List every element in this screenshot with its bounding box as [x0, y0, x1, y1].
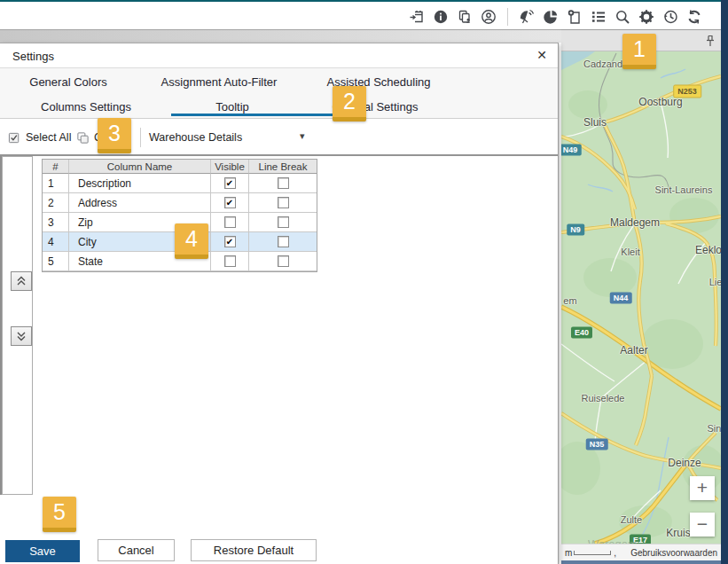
sub-header-strip — [0, 29, 561, 43]
window-right-edge — [721, 0, 728, 564]
history-icon[interactable] — [662, 9, 678, 25]
visible-checkbox[interactable] — [224, 236, 236, 247]
toolbar-divider — [507, 8, 508, 26]
user-icon[interactable] — [481, 9, 497, 25]
settings-gear-icon[interactable] — [638, 9, 654, 25]
tooltip-type-combobox[interactable]: Warehouse Details — [149, 121, 314, 154]
table-row[interactable]: 2 Address — [43, 193, 317, 213]
toolbar-separator — [140, 128, 141, 147]
tab-general-colors[interactable]: General Colors — [29, 75, 106, 89]
dialog-title-bar: Settings ✕ — [0, 43, 558, 68]
move-down-button[interactable] — [11, 326, 32, 346]
close-icon[interactable]: ✕ — [534, 48, 550, 62]
visible-checkbox[interactable] — [224, 255, 236, 267]
scale-bar — [574, 551, 611, 555]
tab-assignment-auto-filter[interactable]: Assignment Auto-Filter — [161, 75, 278, 89]
callout-step-5: 5 — [43, 497, 76, 532]
road-badge-n49: N49 — [561, 145, 581, 156]
save-button[interactable]: Save — [5, 540, 80, 562]
tab-columns-settings[interactable]: Columns Settings — [41, 100, 131, 114]
toolbar-icon-group — [409, 2, 702, 31]
callout-step-4: 4 — [175, 223, 208, 259]
select-all-button[interactable]: Select All — [8, 121, 71, 154]
info-icon[interactable] — [433, 9, 449, 25]
map-label-lie: Lie — [709, 277, 721, 287]
zoom-in-button[interactable]: + — [690, 476, 715, 500]
pie-chart-icon[interactable] — [543, 9, 559, 25]
combobox-value: Warehouse Details — [149, 131, 242, 144]
settings-dialog: Settings ✕ General Colors Assignment Aut… — [0, 43, 559, 564]
satellite-icon[interactable] — [519, 9, 535, 25]
row-number: 2 — [43, 193, 69, 213]
map-label-zulte: Zulte — [621, 514, 642, 525]
map-label-kruis: Kruis — [666, 527, 690, 539]
add-document-icon[interactable] — [567, 9, 583, 25]
map[interactable]: Cadzand Oostburg Sluis Sint-Laureins Mal… — [561, 51, 721, 544]
pin-icon[interactable] — [705, 35, 716, 48]
map-attribution-bar: m , Gebruiksvoorwaarden — [561, 544, 721, 560]
table-header-row: # Column Name Visible Line Break — [43, 160, 317, 174]
copy-user-icon[interactable] — [457, 9, 473, 25]
attribution-separator: , — [614, 548, 616, 558]
refresh-icon[interactable] — [686, 9, 702, 25]
move-up-button[interactable] — [11, 271, 32, 291]
settings-tabs: General Colors Assignment Auto-Filter As… — [0, 68, 558, 119]
row-number: 1 — [43, 174, 69, 193]
window-bottom-edge — [561, 560, 721, 564]
header-number: # — [43, 160, 69, 174]
row-number: 3 — [43, 213, 69, 232]
map-label-kleit: Kleit — [621, 247, 639, 257]
road-badge-n44: N44 — [610, 293, 632, 304]
road-badge-e40: E40 — [571, 327, 592, 339]
cancel-button[interactable]: Cancel — [98, 539, 175, 561]
chevron-down-icon[interactable]: ▾ — [300, 130, 305, 142]
header-column-name: Column Name — [69, 160, 211, 174]
terms-link[interactable]: Gebruiksvoorwaarden — [630, 548, 717, 558]
row-name: Description — [69, 174, 211, 193]
scale-unit-label: m — [565, 548, 572, 558]
main-toolbar — [0, 0, 728, 29]
road-badge-n35: N35 — [586, 439, 608, 450]
line-break-checkbox[interactable] — [278, 255, 289, 267]
visible-checkbox[interactable] — [224, 197, 236, 208]
visible-checkbox[interactable] — [224, 216, 236, 228]
active-tab-underline — [171, 114, 334, 116]
callout-step-2: 2 — [333, 86, 366, 121]
calendar-import-icon[interactable] — [409, 9, 425, 25]
map-label-sint: Sint — [708, 423, 721, 434]
map-label-maldegem: Maldegem — [610, 216, 660, 229]
road-badge-n253: N253 — [673, 85, 701, 98]
map-label-em: em — [563, 295, 576, 306]
callout-step-3: 3 — [98, 118, 131, 153]
app-window: Cadzand Oostburg Sluis Sint-Laureins Mal… — [0, 0, 728, 564]
road-badge-n9: N9 — [567, 224, 584, 236]
table-row[interactable]: 1 Description — [43, 174, 317, 193]
map-label-deinze: Deinze — [668, 457, 701, 469]
map-label-eeklo: Eeklo — [695, 244, 721, 256]
line-break-checkbox[interactable] — [278, 216, 289, 228]
search-icon[interactable] — [614, 9, 630, 25]
line-break-checkbox[interactable] — [278, 197, 289, 208]
map-label-sint-laureins: Sint-Laureins — [655, 184, 713, 195]
map-label-sluis: Sluis — [583, 116, 607, 129]
zoom-out-button[interactable]: − — [690, 513, 715, 537]
row-number: 5 — [43, 252, 69, 271]
header-line-break: Line Break — [249, 160, 317, 174]
row-number: 4 — [43, 232, 69, 252]
map-label-aalter: Aalter — [620, 344, 647, 356]
select-all-label: Select All — [26, 131, 71, 144]
list-icon[interactable] — [591, 9, 607, 25]
map-label-cadzand: Cadzand — [583, 59, 622, 69]
line-break-checkbox[interactable] — [278, 236, 289, 247]
dialog-title: Settings — [12, 50, 54, 63]
map-label-ruiselede: Ruiselede — [582, 393, 625, 403]
map-label-waregem: Waregem — [588, 537, 638, 544]
tab-tooltip[interactable]: Tooltip — [215, 100, 249, 114]
restore-default-button[interactable]: Restore Default — [191, 539, 317, 561]
header-visible: Visible — [211, 160, 249, 174]
line-break-checkbox[interactable] — [278, 177, 289, 189]
row-name: Address — [69, 193, 211, 213]
visible-checkbox[interactable] — [224, 177, 236, 189]
callout-step-1: 1 — [622, 34, 656, 69]
reorder-rail — [2, 156, 33, 495]
